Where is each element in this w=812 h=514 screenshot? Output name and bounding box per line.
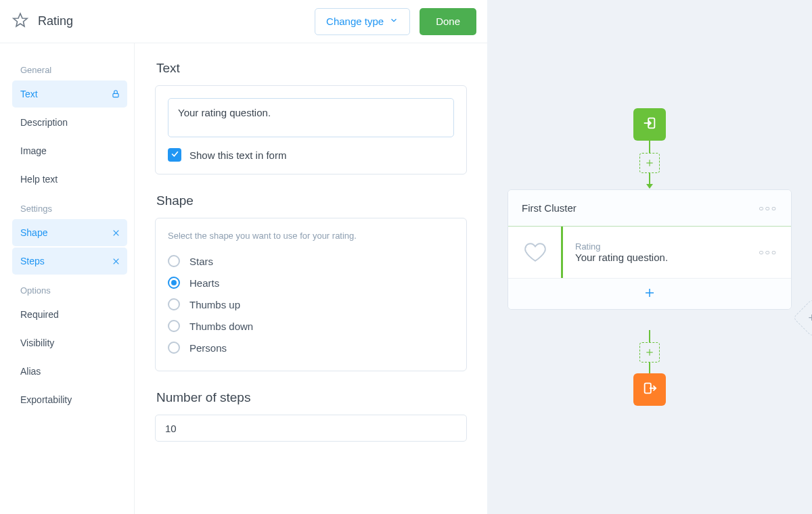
section-title-steps: Number of steps	[156, 390, 467, 405]
connector-line	[649, 141, 650, 153]
close-icon[interactable]	[112, 229, 120, 237]
sidebar-item-description[interactable]: Description	[12, 109, 127, 136]
arrow-down-icon	[646, 184, 653, 189]
svg-marker-0	[14, 14, 27, 26]
shape-option-hearts[interactable]: Hearts	[168, 272, 454, 294]
shape-option-persons[interactable]: Persons	[168, 337, 454, 358]
end-node[interactable]	[633, 373, 666, 406]
add-branch-right[interactable]: +	[793, 299, 812, 337]
connector-line	[649, 173, 650, 184]
sidebar-group-settings: Settings	[20, 204, 127, 214]
question-text-input[interactable]: Your rating question.	[168, 98, 454, 137]
sidebar: General Text Description Image Help text	[0, 43, 135, 514]
check-icon	[171, 149, 179, 161]
close-icon[interactable]	[112, 257, 120, 266]
plus-icon: +	[809, 310, 812, 325]
more-icon[interactable]: ○○○	[759, 204, 777, 213]
sidebar-item-text[interactable]: Text	[12, 80, 127, 108]
radio	[168, 255, 180, 267]
done-button[interactable]: Done	[420, 8, 476, 35]
sidebar-item-steps[interactable]: Steps	[12, 248, 127, 275]
sidebar-item-exportability[interactable]: Exportability	[12, 386, 127, 413]
cluster-header[interactable]: First Cluster ○○○	[508, 190, 791, 227]
change-type-label: Change type	[326, 16, 384, 27]
section-title-shape: Shape	[156, 193, 467, 208]
shape-option-thumbsdown[interactable]: Thumbs down	[168, 315, 454, 337]
chevron-down-icon	[389, 16, 399, 27]
sidebar-item-required[interactable]: Required	[12, 301, 127, 328]
add-node-top[interactable]	[639, 153, 660, 173]
section-title-text: Text	[156, 61, 467, 76]
change-type-button[interactable]: Change type	[315, 8, 410, 35]
sidebar-group-general: General	[20, 65, 127, 75]
shape-option-stars[interactable]: Stars	[168, 250, 454, 272]
radio	[168, 320, 180, 332]
accent-bar	[561, 227, 563, 278]
cluster-card: First Cluster ○○○ Rating Your rating que…	[508, 189, 792, 310]
add-node-bottom[interactable]	[639, 342, 660, 363]
sidebar-item-alias[interactable]: Alias	[12, 358, 127, 385]
plus-icon	[644, 287, 656, 302]
field-question-text: Your rating question.	[575, 252, 668, 263]
star-icon	[12, 12, 28, 31]
connector-line	[649, 363, 650, 373]
text-card: Your rating question. Show this text in …	[155, 85, 467, 174]
sidebar-group-options: Options	[20, 285, 127, 296]
field-type-label: Rating	[575, 241, 668, 252]
lock-icon	[111, 89, 120, 99]
connector-line	[649, 330, 650, 342]
shape-option-thumbsup[interactable]: Thumbs up	[168, 294, 454, 315]
sidebar-item-image[interactable]: Image	[12, 137, 127, 164]
heart-icon	[522, 239, 549, 266]
sidebar-item-shape[interactable]: Shape	[12, 219, 127, 246]
shape-hint: Select the shape you want to use for you…	[168, 231, 454, 241]
shape-card: Select the shape you want to use for you…	[155, 218, 467, 371]
radio	[168, 277, 180, 289]
page-title: Rating	[38, 14, 73, 28]
radio	[168, 298, 180, 310]
exit-icon	[642, 381, 657, 398]
more-icon[interactable]: ○○○	[759, 248, 777, 257]
steps-input[interactable]	[155, 415, 467, 442]
preview-canvas: First Cluster ○○○ Rating Your rating que…	[487, 0, 812, 514]
cluster-add-field[interactable]	[508, 278, 791, 309]
start-node[interactable]	[633, 108, 666, 141]
show-text-label: Show this text in form	[189, 149, 286, 161]
enter-icon	[642, 116, 657, 133]
cluster-field-row[interactable]: Rating Your rating question. ○○○	[508, 227, 791, 278]
radio	[168, 342, 180, 354]
show-text-checkbox[interactable]	[168, 148, 181, 162]
cluster-title: First Cluster	[522, 202, 577, 214]
sidebar-item-visibility[interactable]: Visibility	[12, 329, 127, 356]
sidebar-item-helptext[interactable]: Help text	[12, 166, 127, 193]
svg-rect-1	[113, 93, 118, 97]
